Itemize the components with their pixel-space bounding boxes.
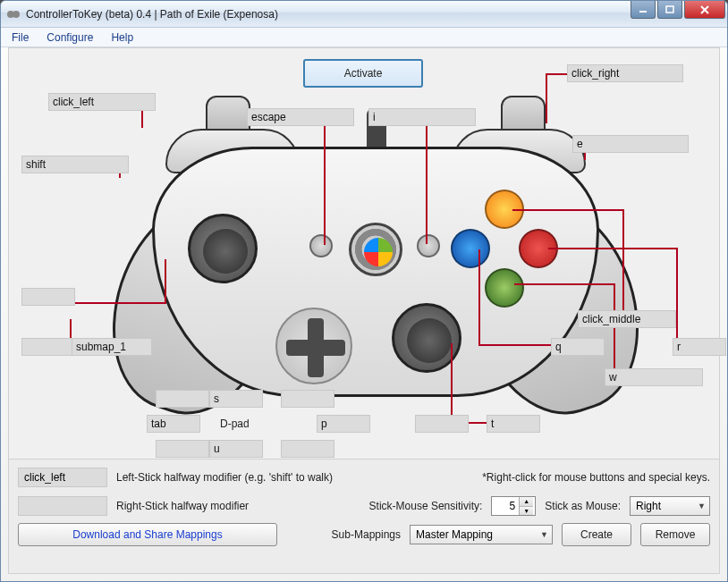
lead-line (622, 209, 624, 318)
titlebar[interactable]: ControllerToKey (beta) 0.4 | Path of Exi… (1, 1, 727, 28)
a-button-icon (485, 268, 524, 308)
lead-line (514, 283, 615, 285)
start-button-icon (417, 234, 440, 257)
lead-line (426, 117, 427, 244)
map-dpad-down-right[interactable] (281, 440, 334, 458)
remove-button[interactable]: Remove (640, 523, 710, 546)
map-left-bumper[interactable]: shift (21, 156, 129, 173)
lead-line (324, 117, 326, 245)
create-button[interactable]: Create (562, 523, 631, 546)
hint-text: *Right-click for mouse buttons and speci… (482, 471, 710, 484)
menubar: File Configure Help (1, 28, 727, 47)
stick-as-mouse-select[interactable]: Right▼ (630, 496, 710, 516)
download-share-button[interactable]: Download and Share Mappings (18, 523, 277, 546)
map-right-bumper[interactable]: e (572, 135, 689, 153)
map-x-button[interactable]: q (551, 338, 605, 356)
spin-up-icon[interactable]: ▲ (520, 497, 533, 507)
client-area: Activate (8, 47, 720, 574)
left-modifier-label: Left-Stick halfway modifier (e.g. 'shift… (116, 471, 333, 484)
lead-line (512, 209, 624, 211)
lead-line (63, 302, 166, 304)
map-dpad-up[interactable]: s (209, 390, 263, 408)
window-close-button[interactable] (684, 1, 725, 19)
lead-line (451, 343, 453, 424)
lead-line (676, 248, 678, 344)
controller-image (125, 93, 626, 433)
map-y-button[interactable]: click_middle (578, 310, 676, 328)
app-window: ControllerToKey (beta) 0.4 | Path of Exi… (0, 0, 728, 582)
chevron-down-icon: ▼ (698, 502, 706, 510)
bottom-panel: click_left Left-Stick halfway modifier (… (9, 459, 719, 573)
right-modifier-field[interactable] (18, 496, 107, 516)
spin-down-icon[interactable]: ▼ (520, 507, 533, 516)
activate-button[interactable]: Activate (303, 59, 423, 88)
map-ls-label[interactable]: submap_1 (72, 338, 152, 356)
map-rs-click[interactable] (415, 415, 469, 433)
back-button-icon (309, 234, 333, 257)
submappings-select[interactable]: Master Mapping▼ (410, 525, 553, 544)
map-a-button[interactable]: w (605, 368, 703, 386)
map-dpad-up-right[interactable] (281, 390, 334, 408)
map-dpad-up-left[interactable] (156, 390, 209, 408)
menu-file[interactable]: File (4, 30, 36, 46)
sensitivity-input[interactable] (492, 497, 519, 515)
dpad-icon (275, 308, 352, 384)
menu-configure[interactable]: Configure (39, 30, 100, 46)
window-maximize-button[interactable] (657, 1, 682, 19)
submappings-label: Sub-Mappings (332, 528, 401, 541)
map-b-button[interactable]: r (673, 338, 726, 356)
lead-line (548, 248, 678, 249)
map-dpad-right[interactable]: p (317, 415, 370, 433)
map-ls-dir[interactable] (21, 338, 75, 356)
svg-rect-3 (666, 6, 673, 13)
window-title: ControllerToKey (beta) 0.4 | Path of Exi… (26, 8, 278, 21)
guide-button-icon (349, 223, 402, 276)
stick-as-mouse-label: Stick as Mouse: (545, 500, 621, 512)
menu-help[interactable]: Help (104, 30, 140, 46)
lead-line (478, 249, 480, 346)
sensitivity-stepper[interactable]: ▲▼ (491, 496, 536, 516)
map-back-button[interactable]: escape (247, 108, 354, 126)
map-start-button[interactable]: i (368, 108, 476, 126)
lead-line (546, 73, 547, 123)
dpad-label: D-pad (220, 418, 250, 430)
left-modifier-field[interactable]: click_left (18, 468, 107, 487)
right-modifier-label: Right-Stick halfway modifier (116, 500, 249, 512)
svg-point-1 (13, 11, 20, 18)
map-left-trigger[interactable]: click_left (48, 93, 156, 111)
map-dpad-down-left[interactable] (156, 440, 209, 458)
left-stick-icon (188, 214, 258, 283)
window-minimize-button[interactable] (631, 1, 656, 19)
svg-rect-2 (639, 11, 647, 13)
lead-line (546, 73, 567, 75)
map-dpad-down[interactable]: u (209, 440, 263, 458)
lead-line (478, 344, 557, 346)
x-button-icon (451, 229, 490, 268)
map-rs-label[interactable]: t (487, 415, 540, 433)
lead-line (165, 259, 166, 304)
sensitivity-label: Stick-Mouse Sensitivity: (369, 500, 483, 512)
lead-line (614, 283, 615, 376)
map-ls-click[interactable] (21, 288, 75, 306)
mapping-canvas: Activate (9, 48, 719, 459)
map-right-trigger[interactable]: click_right (567, 64, 683, 82)
chevron-down-icon: ▼ (540, 530, 548, 539)
app-icon (6, 7, 21, 21)
map-dpad-left[interactable]: tab (147, 415, 200, 433)
